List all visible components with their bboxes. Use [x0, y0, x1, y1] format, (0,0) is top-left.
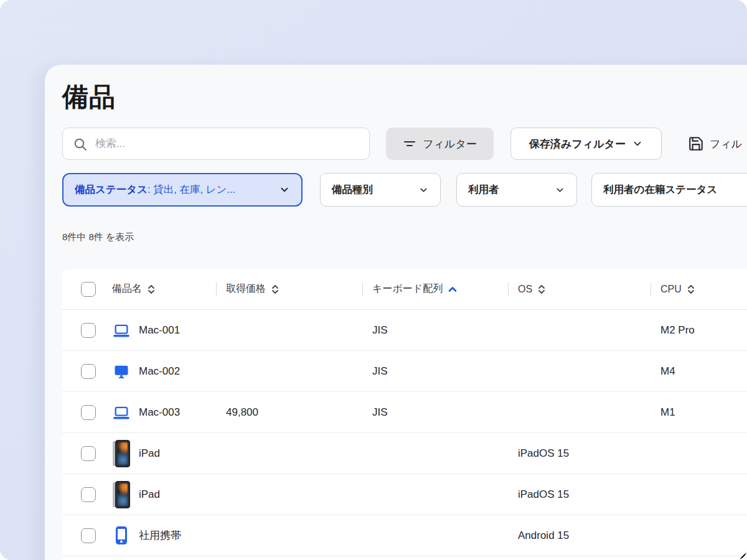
ipad-photo-thumbnail [112, 480, 131, 509]
save-filter-button[interactable]: フィル [688, 128, 742, 160]
equipment-name: iPad [139, 488, 160, 501]
keyboard-cell [362, 515, 508, 556]
row-checkbox[interactable] [81, 405, 96, 420]
saved-filter-label: 保存済みフィルター [529, 137, 626, 151]
equipment-name: iPad [139, 447, 160, 460]
price-cell [216, 351, 362, 391]
app-window: 備品 フィルター 保存済みフィルター フィ [0, 0, 747, 560]
price-cell: 49,800 [216, 392, 362, 432]
keyboard-cell: JIS [362, 392, 508, 432]
keyboard-cell: JIS [362, 351, 508, 391]
search-input[interactable] [63, 128, 369, 159]
row-checkbox[interactable] [81, 446, 96, 461]
active-filter-chip-status[interactable]: 備品ステータス: 貸出, 在庫, レン... [62, 173, 303, 207]
cpu-cell [651, 474, 747, 515]
chevron-down-icon [632, 138, 643, 149]
price-cell [216, 310, 362, 350]
smartphone-icon [112, 521, 131, 550]
price-cell [216, 433, 362, 474]
os-cell: iPadOS 15 [508, 433, 651, 474]
filter-lines-icon [403, 137, 416, 151]
sort-icon [147, 283, 156, 296]
column-header-keyboard[interactable]: キーボード配列 [362, 269, 508, 309]
sort-icon [537, 283, 546, 296]
equipment-name: Mac-001 [139, 324, 180, 337]
os-cell [508, 351, 651, 391]
column-header-price[interactable]: 取得価格 [216, 269, 362, 309]
chip-value: : 貸出, 在庫, レン... [148, 184, 235, 195]
sort-icon [271, 283, 280, 296]
keyboard-cell [362, 433, 508, 474]
row-checkbox[interactable] [81, 323, 96, 338]
filter-button-label: フィルター [423, 137, 477, 151]
cpu-cell: M2 Pro [651, 310, 747, 350]
result-count-text: 8件中 8件 を表示 [62, 231, 134, 243]
equipment-table: 備品名 取得価格 キーボード配列 OS CPU [62, 269, 747, 560]
saved-filter-dropdown[interactable]: 保存済みフィルター [510, 128, 662, 160]
equipment-name: 社用携帯 [139, 528, 181, 543]
dropdown-label: 備品種別 [332, 183, 418, 197]
laptop-icon [112, 398, 131, 427]
cpu-cell [651, 433, 747, 474]
cpu-cell: M1 [651, 392, 747, 432]
keyboard-cell: JIS [362, 310, 508, 350]
table-row[interactable]: 社用携帯 Android 15 [62, 515, 747, 556]
equipment-name: Mac-003 [139, 406, 180, 419]
row-checkbox[interactable] [81, 364, 96, 379]
dropdown-user-enrollment-status[interactable]: 利用者の在籍ステータス [591, 173, 747, 207]
column-header-name[interactable]: 備品名 [102, 269, 216, 309]
search-box [62, 128, 370, 160]
sort-icon [687, 283, 695, 296]
column-header-cpu[interactable]: CPU [651, 269, 747, 309]
dropdown-label: 利用者の在籍ステータス [603, 183, 747, 197]
price-cell [216, 474, 362, 515]
select-all-checkbox[interactable] [81, 282, 96, 297]
chevron-down-icon [555, 185, 565, 195]
table-row[interactable]: Mac-003 49,800 JIS M1 [62, 392, 747, 433]
table-header-row: 備品名 取得価格 キーボード配列 OS CPU [62, 269, 747, 310]
os-cell: iPadOS 15 [508, 474, 651, 515]
column-header-os[interactable]: OS [508, 269, 651, 309]
keyboard-cell [362, 474, 508, 515]
equipment-name: Mac-002 [139, 365, 180, 378]
filter-button[interactable]: フィルター [386, 128, 494, 160]
dropdown-equipment-type[interactable]: 備品種別 [320, 173, 441, 207]
table-row[interactable]: Mac-001 JIS M2 Pro [62, 310, 747, 351]
ipad-photo-thumbnail [112, 439, 131, 468]
dropdown-label: 利用者 [468, 183, 555, 197]
save-floppy-icon [688, 136, 704, 152]
os-cell [508, 310, 651, 350]
cpu-cell [651, 515, 747, 556]
os-cell: Android 15 [508, 515, 651, 556]
price-cell [216, 515, 362, 556]
save-filter-label: フィル [710, 137, 742, 151]
cpu-cell: M4 [651, 351, 747, 391]
table-row[interactable]: iPad iPadOS 15 [62, 474, 747, 515]
chip-label: 備品ステータス [75, 184, 148, 195]
row-checkbox[interactable] [81, 528, 96, 543]
equipment-page-card: 備品 フィルター 保存済みフィルター フィ [45, 65, 747, 560]
table-row[interactable]: iPad iPadOS 15 [62, 433, 747, 474]
page-title: 備品 [62, 80, 116, 114]
sort-asc-icon [448, 285, 458, 294]
monitor-icon [112, 357, 131, 386]
table-row[interactable]: Mac-002 JIS M4 [62, 351, 747, 392]
laptop-icon [112, 316, 131, 345]
dropdown-user[interactable]: 利用者 [456, 173, 577, 207]
chevron-down-icon [279, 184, 290, 195]
os-cell [508, 392, 651, 432]
chevron-down-icon [418, 185, 429, 195]
row-checkbox[interactable] [81, 487, 96, 502]
